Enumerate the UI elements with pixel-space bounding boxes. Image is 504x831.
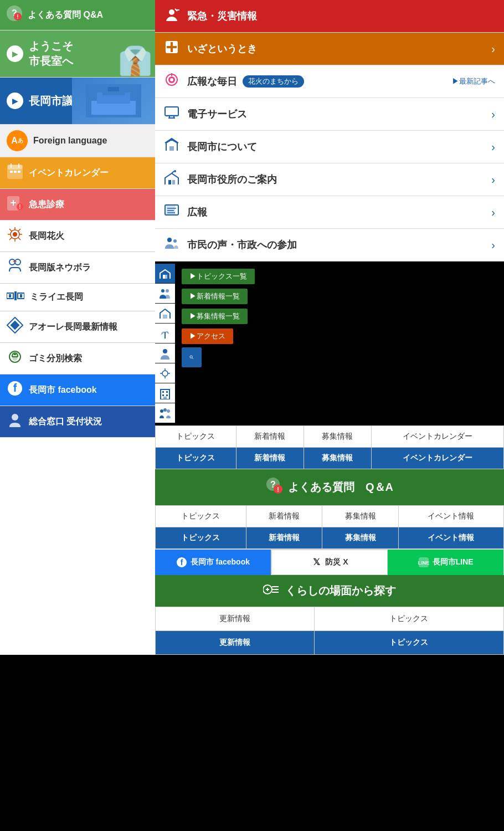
t1d2[interactable]: 新着情報 — [236, 448, 304, 469]
svg-rect-87 — [166, 391, 168, 393]
nav-koho2[interactable]: 広報 › — [155, 196, 504, 229]
t2d4[interactable]: イベント情報 — [398, 527, 503, 549]
koho2-arrow: › — [491, 206, 495, 219]
svg-rect-73 — [163, 275, 165, 279]
svg-point-30 — [13, 232, 17, 237]
table1-header-row: トピックス 新着情報 募集情報 イベントカレンダー — [156, 426, 504, 448]
icon-menu-section: ▶トピックス一覧 ▶新着情報一覧 ▶募集情報一覧 ▶アクセス — [155, 261, 504, 425]
t1h1[interactable]: トピックス — [156, 426, 236, 448]
icon-bar-person2[interactable] — [155, 343, 175, 363]
fireworks-icon — [7, 226, 23, 246]
sidebar-item-calendar[interactable]: イベントカレンダー — [0, 157, 155, 189]
qa-bar[interactable]: ? ! よくある質問 Q＆A — [155, 469, 504, 505]
icon-bar-people[interactable] — [155, 284, 175, 304]
svg-text:f: f — [13, 382, 17, 394]
sidebar-item-assembly[interactable]: ▶ 長岡市議会 — [0, 78, 155, 125]
svg-line-29 — [9, 238, 12, 240]
t1h2[interactable]: 新着情報 — [236, 426, 304, 448]
sidebar-item-fireworks[interactable]: 長岡花火 — [0, 220, 155, 252]
svg-point-92 — [163, 408, 167, 412]
denshi-arrow: › — [491, 108, 495, 121]
sidebar-item-gomi[interactable]: ゴミ分別検索 — [0, 343, 155, 375]
sidebar-item-foreign[interactable]: Aあ Foreign language — [0, 125, 155, 157]
svg-rect-39 — [11, 321, 20, 330]
table1-data-row: トピックス 新着情報 募集情報 イベントカレンダー — [156, 448, 504, 469]
icon-bar-plant[interactable] — [155, 324, 175, 343]
svg-text:!: ! — [277, 486, 279, 494]
svg-line-26 — [9, 229, 12, 231]
izato-arrow: › — [491, 43, 495, 55]
t1h4[interactable]: イベントカレンダー — [371, 426, 503, 448]
calendar-icon — [7, 163, 23, 183]
svg-text:f: f — [180, 558, 183, 567]
sidebar-item-mayor[interactable]: ▶ ようこそ 市長室へ 👔 — [0, 30, 155, 78]
icon-bar-city[interactable] — [155, 264, 175, 284]
svg-text:!: ! — [19, 204, 20, 210]
kurashi-bar[interactable]: くらしの場面から探す — [155, 575, 504, 607]
svg-rect-10 — [8, 165, 22, 170]
bth1[interactable]: 更新情報 — [156, 607, 315, 631]
mayor-figure: 👔 — [118, 45, 152, 77]
sidebar-item-madoguchi[interactable]: 総合窓口 受付状況 — [0, 406, 155, 438]
about-icon — [164, 137, 179, 156]
t1d3[interactable]: 募集情報 — [304, 448, 371, 469]
emergency-label: 緊急・災害情報 — [187, 9, 257, 23]
icon-bar-home[interactable] — [155, 304, 175, 324]
nav-shimin[interactable]: 市民の声・市政への参加 › — [155, 229, 504, 261]
search-btn[interactable] — [182, 347, 202, 367]
t2h2[interactable]: 新着情報 — [246, 506, 322, 527]
t2d2[interactable]: 新着情報 — [246, 527, 322, 549]
social-x[interactable]: 𝕏 防災 X — [271, 550, 388, 575]
nav-about[interactable]: 長岡市について › — [155, 131, 504, 163]
mini-menu-row4: ▶アクセス — [179, 327, 500, 346]
koho-latest[interactable]: ▶最新記事へ — [452, 76, 495, 86]
svg-rect-77 — [163, 315, 167, 319]
sidebar-item-qa[interactable]: ? ! よくある質問 Q&A — [0, 0, 155, 30]
t2h4[interactable]: イベント情報 — [398, 506, 503, 527]
icon-bar-group[interactable] — [155, 403, 175, 423]
t1h3[interactable]: 募集情報 — [304, 426, 371, 448]
aore-label: アオーレ長岡最新情報 — [29, 321, 117, 333]
about-label: 長岡市について — [187, 140, 257, 153]
koho-icon — [164, 72, 179, 91]
sidebar-item-facebook[interactable]: f 長岡市 facebook — [0, 375, 155, 406]
btd1[interactable]: 更新情報 — [156, 631, 315, 655]
btd2[interactable]: トピックス — [314, 631, 503, 655]
access-btn[interactable]: ▶アクセス — [182, 329, 233, 344]
t2d1[interactable]: トピックス — [156, 527, 246, 549]
t2h3[interactable]: 募集情報 — [322, 506, 398, 527]
t1d1[interactable]: トピックス — [156, 448, 236, 469]
svg-rect-35 — [14, 291, 17, 300]
mayor-play-icon: ▶ — [7, 45, 23, 62]
sidebar-item-aore[interactable]: アオーレ長岡最新情報 — [0, 311, 155, 343]
sidebar-item-miraie[interactable]: ミライエ長岡 — [0, 284, 155, 311]
sidebar-item-emergency-med[interactable]: ! 急患診療 — [0, 189, 155, 220]
t2d3[interactable]: 募集情報 — [322, 527, 398, 549]
svg-point-80 — [162, 371, 168, 376]
topics-btn[interactable]: ▶トピックス一覧 — [182, 269, 255, 284]
svg-rect-64 — [172, 180, 175, 184]
aore-icon — [7, 317, 23, 337]
koho-label: 広報な毎日 — [187, 75, 237, 88]
svg-point-75 — [161, 289, 164, 293]
social-facebook[interactable]: f 長岡市 facebook — [155, 550, 271, 575]
nav-koho[interactable]: 広報な毎日 花火のまちから ▶最新記事へ — [155, 65, 504, 98]
bth2[interactable]: トピックス — [314, 607, 503, 631]
social-line[interactable]: LINE 長岡市LINE — [388, 550, 504, 575]
svg-point-79 — [163, 349, 167, 353]
icon-bar-fireworks2[interactable] — [155, 363, 175, 383]
nav-emergency[interactable]: 緊急・災害情報 — [155, 0, 504, 33]
t1d4[interactable]: イベントカレンダー — [371, 448, 503, 469]
sidebar-item-neubora[interactable]: 長岡版ネウボラ — [0, 252, 155, 284]
koho2-label: 広報 — [187, 206, 207, 219]
nav-izato[interactable]: いざというとき › — [155, 33, 504, 65]
nav-city-hall[interactable]: 長岡市役所のご案内 › — [155, 163, 504, 196]
bottom-header-row: 更新情報 トピックス — [156, 607, 504, 631]
nav-denshi[interactable]: 電子サービス › — [155, 98, 504, 131]
t2h1[interactable]: トピックス — [156, 506, 246, 527]
new-btn[interactable]: ▶新着情報一覧 — [182, 289, 248, 304]
kurashi-label: くらしの場面から探す — [285, 583, 396, 598]
recruit-btn[interactable]: ▶募集情報一覧 — [182, 309, 248, 324]
kurashi-icon — [263, 583, 280, 599]
icon-bar-building[interactable] — [155, 383, 175, 403]
